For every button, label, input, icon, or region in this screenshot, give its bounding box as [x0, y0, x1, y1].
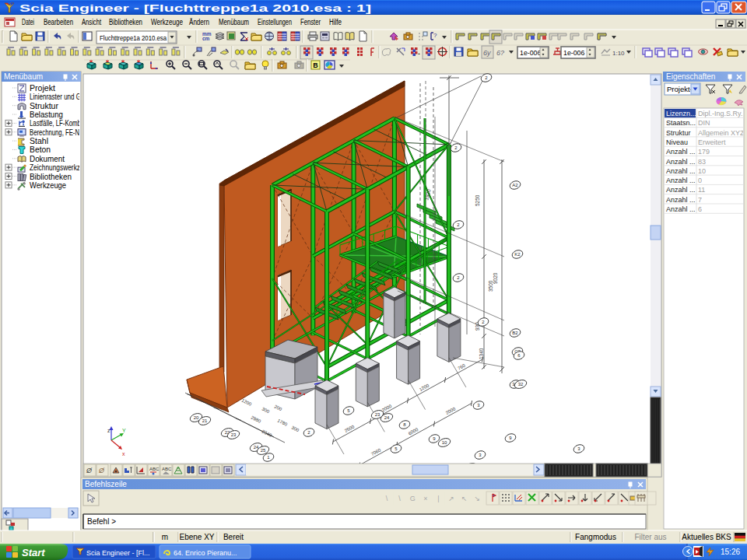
- svg-text:Projekt-l: Projekt-l: [667, 85, 694, 93]
- svg-text:Anzahl ...: Anzahl ...: [666, 205, 696, 213]
- svg-text:×: ×: [423, 495, 427, 502]
- svg-text:Bearbeiten: Bearbeiten: [44, 18, 73, 26]
- svg-text:Menübaum: Menübaum: [4, 72, 43, 81]
- svg-text:Erweitert: Erweitert: [698, 138, 726, 146]
- svg-text:1340: 1340: [479, 348, 484, 359]
- svg-text:m: m: [162, 533, 168, 541]
- svg-text:K2: K2: [514, 252, 521, 257]
- svg-text:9020: 9020: [493, 272, 498, 284]
- svg-text:Hilfe: Hilfe: [329, 18, 342, 26]
- svg-text:cm: cm: [202, 36, 210, 41]
- svg-text:5250: 5250: [475, 194, 480, 206]
- svg-text:ABC: ABC: [162, 467, 172, 471]
- svg-text:G: G: [410, 495, 416, 502]
- svg-text:Anzahl ...: Anzahl ...: [666, 177, 696, 184]
- svg-text:Anzahl ...: Anzahl ...: [666, 186, 696, 194]
- svg-text:Filter aus: Filter aus: [634, 533, 666, 541]
- svg-text:0: 0: [698, 177, 702, 184]
- svg-text:20: 20: [194, 415, 199, 420]
- svg-text:Datei: Datei: [22, 18, 34, 26]
- svg-text:Struktur: Struktur: [30, 101, 59, 110]
- svg-text:Zeichnungswerkz: Zeichnungswerkz: [30, 163, 80, 172]
- svg-text:Bereit: Bereit: [223, 533, 244, 541]
- svg-text:Ansicht: Ansicht: [82, 18, 101, 26]
- svg-text:Werkzeuge: Werkzeuge: [151, 18, 183, 26]
- svg-text:Niveau: Niveau: [666, 138, 688, 146]
- svg-text:6: 6: [698, 205, 702, 213]
- svg-text:|: |: [437, 495, 439, 502]
- svg-text:24: 24: [384, 415, 390, 420]
- svg-text:Befehlszeile: Befehlszeile: [85, 480, 127, 488]
- svg-text:Fluchttreppe1a 2010.esa: Fluchttreppe1a 2010.esa: [100, 33, 167, 42]
- svg-text:Linienraster und G: Linienraster und G: [30, 92, 81, 101]
- svg-text:Fangmodus: Fangmodus: [575, 533, 616, 541]
- svg-text:Staatsn...: Staatsn...: [666, 119, 696, 127]
- svg-text:15:26: 15:26: [721, 548, 740, 556]
- svg-text:Ebene XY: Ebene XY: [179, 533, 214, 541]
- svg-text:Scia Engineer - [Fl...: Scia Engineer - [Fl...: [86, 549, 150, 557]
- svg-text:Einstellungen: Einstellungen: [258, 18, 292, 26]
- svg-text:Berechnung, FE-N: Berechnung, FE-N: [30, 128, 79, 137]
- svg-text:Ändern: Ändern: [189, 18, 209, 26]
- svg-text:6?: 6?: [496, 49, 504, 57]
- svg-text:1e-006: 1e-006: [563, 49, 584, 57]
- svg-text:179: 179: [698, 148, 710, 156]
- svg-text:Dokument: Dokument: [30, 154, 65, 163]
- svg-text:?: ?: [433, 32, 437, 39]
- svg-text:Anzahl ...: Anzahl ...: [666, 158, 696, 166]
- svg-text:10: 10: [698, 167, 706, 175]
- svg-text:Y: Y: [122, 428, 126, 433]
- svg-text:Aktuelles BKS: Aktuelles BKS: [682, 533, 731, 541]
- svg-text:Anzahl ...: Anzahl ...: [666, 196, 696, 204]
- svg-text:DIN: DIN: [698, 119, 710, 127]
- svg-text:Bibliotheken: Bibliotheken: [30, 172, 72, 181]
- svg-text:Scia Engineer - [Fluchttreppe1: Scia Engineer - [Fluchttreppe1a 2010.esa…: [19, 2, 371, 14]
- svg-text:Beton: Beton: [30, 145, 51, 154]
- svg-text:Lastfälle, LF-Komb: Lastfälle, LF-Komb: [30, 118, 81, 128]
- svg-text:10: 10: [442, 440, 447, 445]
- svg-text:B: B: [313, 61, 318, 69]
- svg-text:Werkzeuge: Werkzeuge: [30, 180, 66, 190]
- svg-text:23: 23: [375, 412, 381, 417]
- svg-text:7: 7: [698, 196, 702, 204]
- svg-text:↗: ↗: [448, 495, 454, 502]
- svg-text:Struktur: Struktur: [666, 129, 691, 137]
- svg-text:Anzahl ...: Anzahl ...: [666, 167, 696, 175]
- svg-text:A2: A2: [512, 183, 518, 187]
- svg-text:25: 25: [261, 448, 266, 453]
- svg-text:Befehl >: Befehl >: [87, 517, 116, 526]
- svg-text:64. Enrico Pieranu...: 64. Enrico Pieranu...: [174, 549, 237, 557]
- svg-text:Allgemein XYZ: Allgemein XYZ: [698, 129, 745, 137]
- svg-text:Ø: Ø: [86, 467, 93, 474]
- svg-text:Menübaum: Menübaum: [219, 18, 249, 26]
- svg-text:Stahl: Stahl: [30, 136, 48, 145]
- svg-text:ABC: ABC: [149, 467, 160, 471]
- svg-text:23: 23: [231, 432, 237, 437]
- svg-text:32: 32: [518, 382, 524, 387]
- svg-text:B2: B2: [512, 331, 518, 335]
- svg-text:1e-006: 1e-006: [520, 49, 541, 57]
- svg-text:z: z: [107, 428, 110, 433]
- svg-text:6y: 6y: [483, 49, 491, 57]
- svg-text:21: 21: [202, 418, 208, 423]
- svg-text:x: x: [122, 451, 125, 457]
- svg-text:Belastung: Belastung: [30, 110, 63, 119]
- svg-text:Anzahl ...: Anzahl ...: [666, 148, 696, 156]
- svg-text:↘: ↘: [474, 495, 480, 502]
- svg-text:Bibliotheken: Bibliotheken: [109, 18, 142, 26]
- svg-text:Projekt: Projekt: [30, 83, 55, 93]
- svg-text:1:10: 1:10: [612, 50, 625, 57]
- svg-text:Start: Start: [22, 547, 45, 558]
- svg-text:11: 11: [698, 186, 705, 194]
- svg-text:Fenster: Fenster: [300, 18, 321, 26]
- svg-text:Lizenzn...: Lizenzn...: [666, 110, 696, 117]
- svg-text:Eigenschaften: Eigenschaften: [666, 72, 715, 81]
- svg-text:↖: ↖: [461, 495, 468, 502]
- svg-text:Dipl.-Ing.S.Ry...: Dipl.-Ing.S.Ry...: [698, 110, 746, 117]
- svg-text:83: 83: [698, 158, 706, 166]
- svg-text:Ø: Ø: [98, 467, 105, 474]
